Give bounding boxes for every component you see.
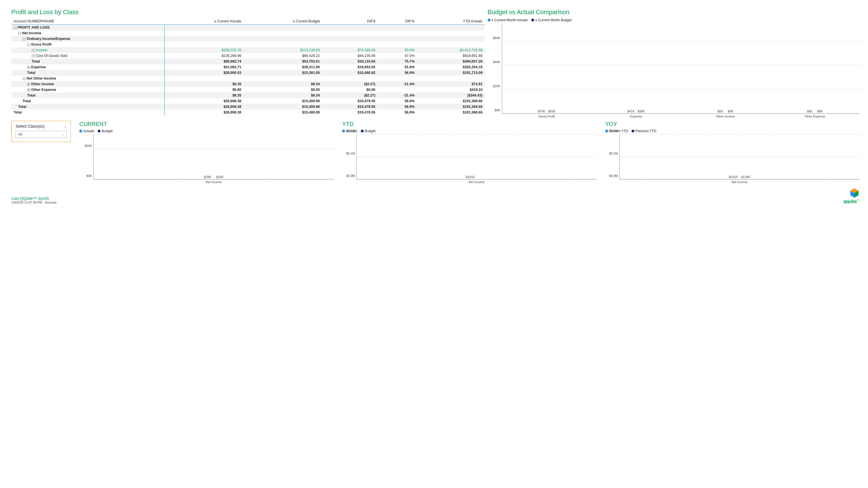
cell-value: $494,067.28	[417, 59, 485, 64]
cell-value: $41,062.71	[164, 64, 244, 70]
cell-value	[244, 25, 322, 31]
category-label: Net Income	[206, 180, 222, 184]
table-row[interactable]: -Ordinary Income/Expense	[11, 36, 485, 42]
cell-value: $74,368.90	[322, 47, 377, 53]
cell-value: 75.7%	[377, 59, 417, 64]
cell-value: 91.8%	[377, 64, 417, 70]
expand-icon[interactable]: +	[27, 83, 30, 86]
bar-value-label: $191K	[728, 175, 738, 178]
table-row[interactable]: Total$69,962.74$54,702.61$30,133.8475.7%…	[11, 59, 485, 64]
bva-chart: $0K$20K$40K$60K$70K$55KGross Profit$41K$…	[502, 23, 860, 114]
table-row[interactable]: Total$8.35$9.34($2.27)-21.4%($344.43)	[11, 93, 485, 98]
cell-value: $28,908.38	[164, 109, 244, 115]
collapse-icon[interactable]: -	[13, 26, 17, 29]
cell-value: $8.35	[164, 81, 244, 87]
y-tick-label: $60K	[493, 36, 502, 40]
chevron-down-icon: ⌄	[62, 133, 64, 136]
table-row[interactable]: +Cost Of Goods Sold$138,269.96$68,428.22…	[11, 53, 485, 59]
table-row[interactable]: +Other Income$8.35$9.34($2.27)-21.4%$74.…	[11, 81, 485, 87]
cell-value: $191,368.66	[417, 98, 485, 104]
cell-value: $123,130.83	[244, 47, 322, 53]
cell-value: $10,478.55	[322, 104, 377, 109]
pnl-header: ± Current Actuals	[164, 18, 244, 25]
cell-value	[164, 75, 244, 81]
cell-value: ($344.43)	[417, 93, 485, 98]
cell-value	[377, 87, 417, 93]
pnl-header: ± Current Budget	[244, 18, 322, 25]
y-tick-label: $0K	[495, 108, 502, 112]
bar-value-label: $0K	[718, 109, 723, 113]
table-row[interactable]: +Expense$41,062.71$39,311.06$19,653.0291…	[11, 64, 485, 70]
table-row[interactable]: Total$28,908.38$15,400.89$10,478.5556.9%…	[11, 98, 485, 104]
cell-value: -21.4%	[377, 93, 417, 98]
cell-value: ($2.27)	[322, 93, 377, 98]
cell-value: $15,391.55	[244, 70, 322, 75]
row-name: PROFIT AND LOSS	[18, 26, 50, 29]
cell-value: 56.9%	[377, 98, 417, 104]
collapse-icon[interactable]: -	[23, 38, 26, 40]
row-name: Expense	[31, 65, 45, 69]
cell-value	[244, 30, 322, 36]
table-row[interactable]: -Net Income	[11, 30, 485, 36]
row-name: Cost Of Goods Sold	[36, 54, 67, 58]
class-selector[interactable]: Select Class(es) ⌄ All ⌄	[11, 121, 71, 142]
collapse-icon[interactable]: -	[23, 77, 26, 80]
table-row[interactable]: -PROFIT AND LOSS	[11, 25, 485, 31]
cell-value	[322, 42, 377, 47]
expand-icon[interactable]: +	[32, 55, 35, 58]
cell-value	[377, 36, 417, 42]
expand-icon[interactable]: +	[27, 66, 30, 69]
table-row[interactable]: -Net Other Income	[11, 75, 485, 81]
cell-value: $419.24	[417, 87, 485, 93]
cell-value: $19,653.02	[322, 64, 377, 70]
row-name: Gross Profit	[31, 42, 52, 46]
cell-value	[322, 75, 377, 81]
cell-value: $1,413,718.96	[417, 47, 485, 53]
table-row[interactable]: +Income$208,232.70$123,130.83$74,368.905…	[11, 47, 485, 53]
cell-value: $69,962.74	[164, 59, 244, 64]
bar-value-label: $41K	[627, 109, 634, 113]
class-dropdown[interactable]: All ⌄	[16, 131, 67, 138]
collapse-icon[interactable]: -	[27, 43, 30, 46]
cell-value	[322, 30, 377, 36]
row-name: Other Expense	[31, 88, 56, 92]
table-row[interactable]: Total$28,908.38$15,400.89$10,478.5556.9%…	[11, 109, 485, 115]
category-label: Other Income	[716, 115, 735, 118]
table-row[interactable]: +Other Expense$0.00$0.00$0.00$419.24	[11, 87, 485, 93]
row-name: Total	[23, 99, 31, 103]
cell-value: 56.9%	[377, 104, 417, 109]
cell-value: $28,900.03	[164, 70, 244, 75]
bar-value-label: $39K	[638, 109, 645, 113]
cell-value	[322, 25, 377, 31]
y-tick-label: $20K	[493, 84, 502, 88]
cell-value	[164, 25, 244, 31]
table-row[interactable]: Total$28,900.03$15,391.55$10,480.8256.9%…	[11, 70, 485, 75]
cell-value: $15,400.89	[244, 104, 322, 109]
yoy-chart-section: YOY Current YTD Previous YTD $0.0M$0.1M$…	[605, 121, 860, 180]
pnl-header: Diff $	[322, 18, 377, 25]
synch-info: Last QQube™ Synch 1/9/2023 11:07:36 PM -…	[11, 196, 57, 204]
collapse-icon[interactable]: -	[18, 32, 21, 35]
cell-value: $302,354.19	[417, 64, 485, 70]
expand-icon[interactable]: +	[27, 89, 30, 91]
y-tick-label: $0.1M	[346, 152, 357, 155]
cell-value: $919,651.68	[417, 53, 485, 59]
cell-value	[164, 36, 244, 42]
expand-icon[interactable]: +	[32, 49, 35, 52]
cell-value: 56.9%	[377, 109, 417, 115]
yoy-title: YOY	[605, 121, 860, 127]
legend-swatch-budget	[531, 19, 534, 22]
chevron-down-icon[interactable]: ⌄	[64, 125, 67, 128]
cell-value: $15,400.89	[244, 109, 322, 115]
cell-value: $191,713.09	[417, 70, 485, 75]
cell-value: $9.34	[244, 81, 322, 87]
bva-section: Budget vs Actual Comparison ± Current Mo…	[488, 8, 860, 115]
cell-value: $8.35	[164, 93, 244, 98]
table-row[interactable]: -Gross Profit	[11, 42, 485, 47]
table-row[interactable]: Total$28,908.38$15,400.89$10,478.5556.9%…	[11, 104, 485, 109]
yoy-chart: $0.0M$0.1M$0.2M$191K$134KNet Income	[619, 134, 860, 180]
bar-value-label: $134K	[741, 175, 750, 178]
cell-value	[164, 42, 244, 47]
y-tick-label: $0.2M	[609, 129, 620, 132]
cell-value: $0.00	[244, 87, 322, 93]
